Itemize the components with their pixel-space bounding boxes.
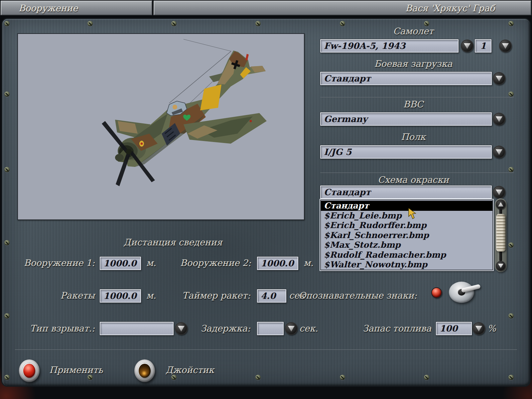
loadout-select[interactable]: Стандарт: [320, 72, 492, 85]
screw-icon: [4, 167, 10, 172]
screw-icon: [87, 21, 93, 26]
skin-list-item[interactable]: $Erich_Rudorffer.bmp: [321, 220, 492, 230]
regiment-select-value: I/JG 5: [324, 147, 351, 157]
skin-select[interactable]: Стандарт: [320, 186, 492, 199]
screw-icon: [4, 313, 10, 319]
screw-icon: [424, 375, 429, 380]
loadout-select-arrow-icon[interactable]: [493, 72, 505, 85]
screw-icon: [508, 91, 514, 97]
fuel-label: Запас топлива: [359, 323, 431, 334]
armament-screen: { "titlebar": { "left": "Вооружение", "r…: [0, 0, 532, 399]
screw-icon: [4, 240, 10, 245]
aircraft-select[interactable]: Fw-190A-5, 1943: [320, 39, 459, 53]
rockets-input[interactable]: [100, 289, 141, 303]
skin-list-scrollbar: [495, 199, 507, 272]
screw-icon: [255, 375, 261, 380]
aircraft-image: [18, 34, 304, 219]
screw-icon: [508, 21, 514, 26]
rockets-unit: м.: [146, 290, 156, 301]
scroll-down-button[interactable]: [496, 261, 506, 271]
screw-icon: [424, 21, 429, 26]
screw-icon: [255, 21, 261, 26]
delay-unit: сек.: [299, 323, 318, 334]
skin-list: Стандарт $Erich_Leie.bmp $Erich_Rudorffe…: [320, 200, 493, 270]
fuse-type-select[interactable]: [100, 322, 174, 335]
airforce-select-arrow-icon[interactable]: [493, 113, 505, 125]
regiment-select-arrow-icon[interactable]: [493, 146, 505, 158]
skin-list-item[interactable]: $Rudolf_Rademacher.bmp: [321, 250, 492, 260]
tab-armament-label: Вооружение: [19, 3, 78, 13]
aircraft-count-arrow-icon[interactable]: [499, 40, 512, 52]
joystick-button-lamp-icon: [139, 364, 151, 378]
screw-icon: [340, 21, 345, 26]
joystick-button-label[interactable]: Джойстик: [166, 364, 214, 376]
joystick-button[interactable]: [134, 359, 155, 382]
screw-icon: [4, 375, 10, 380]
screw-icon: [508, 313, 514, 319]
skin-select-arrow-icon[interactable]: [493, 186, 505, 199]
markings-label: Опознавательные знаки:: [299, 290, 417, 301]
scroll-up-button[interactable]: [496, 200, 506, 209]
rocket-timer-input[interactable]: [257, 289, 286, 303]
loadout-select-value: Стандарт: [324, 73, 371, 83]
divider: [320, 173, 514, 173]
fuse-type-arrow-icon[interactable]: [175, 322, 188, 335]
apply-button-label[interactable]: Применить: [49, 364, 103, 376]
airforce-select[interactable]: Germany: [320, 112, 492, 126]
aircraft-select-value: Fw-190A-5, 1943: [324, 41, 405, 51]
rockets-label: Ракеты: [20, 290, 95, 301]
divider: [15, 349, 517, 350]
aircraft-label: Самолет: [319, 26, 507, 37]
skin-list-item[interactable]: $Erich_Leie.bmp: [321, 211, 492, 221]
tab-armament[interactable]: Вооружение: [1, 1, 152, 15]
regiment-select[interactable]: I/JG 5: [320, 145, 492, 159]
mouse-cursor-icon: [408, 208, 418, 219]
screw-icon: [87, 375, 93, 380]
airforce-label: ВВС: [319, 99, 507, 110]
regiment-label: Полк: [319, 131, 507, 143]
fuel-arrow-icon[interactable]: [472, 322, 485, 335]
weapon2-label: Вооружение 2:: [180, 257, 251, 269]
aircraft-count-field[interactable]: 1: [475, 39, 491, 53]
tab-pilot-name[interactable]: Вася 'Хрякус' Граб: [154, 1, 531, 15]
markings-toggle[interactable]: [449, 282, 474, 303]
aircraft-count-value: 1: [480, 41, 486, 51]
screw-icon: [4, 21, 10, 26]
weapon1-unit: м.: [146, 257, 156, 269]
fuse-type-label: Тип взрыват.:: [20, 323, 95, 334]
weapon1-input[interactable]: [100, 257, 141, 270]
skin-list-item[interactable]: $Max_Stotz.bmp: [321, 240, 492, 250]
weapon2-unit: м.: [304, 257, 314, 269]
aircraft-preview: [17, 33, 305, 220]
skin-select-value: Стандарт: [324, 187, 371, 197]
delay-input[interactable]: [257, 322, 284, 335]
delay-arrow-icon[interactable]: [285, 322, 298, 335]
fuel-unit: %: [487, 323, 496, 334]
fuel-input[interactable]: [436, 322, 472, 335]
screw-icon: [340, 375, 345, 380]
weapon1-label: Вооружение 1:: [20, 257, 95, 269]
apply-button[interactable]: [19, 359, 40, 382]
loadout-label: Боевая загрузка: [319, 58, 507, 69]
aircraft-select-arrow-icon[interactable]: [461, 40, 473, 52]
screw-icon: [508, 167, 514, 172]
screw-icon: [171, 21, 177, 26]
markings-lamp-icon: [431, 287, 442, 298]
scroll-thumb[interactable]: [496, 214, 505, 252]
divider: [320, 97, 514, 98]
screw-icon: [4, 91, 10, 97]
skin-list-item[interactable]: Стандарт: [321, 201, 492, 211]
screw-icon: [508, 375, 514, 380]
weapon2-input[interactable]: [257, 257, 298, 270]
delay-label: Задержка:: [196, 323, 250, 334]
screw-icon: [171, 375, 177, 380]
screw-icon: [508, 242, 514, 248]
tab-pilot-name-label: Вася 'Хрякус' Граб: [405, 3, 495, 13]
rocket-timer-label: Таймер ракет:: [178, 290, 250, 301]
skin-list-item[interactable]: $Karl_Schnoerrer.bmp: [321, 230, 492, 240]
skin-label: Схема окраски: [319, 174, 507, 186]
convergence-title: Дистанция сведения: [100, 237, 246, 248]
apply-button-lamp-icon: [23, 364, 35, 378]
airforce-select-value: Germany: [324, 114, 367, 124]
skin-list-item[interactable]: $Walter_Nowotny.bmp: [321, 260, 492, 270]
